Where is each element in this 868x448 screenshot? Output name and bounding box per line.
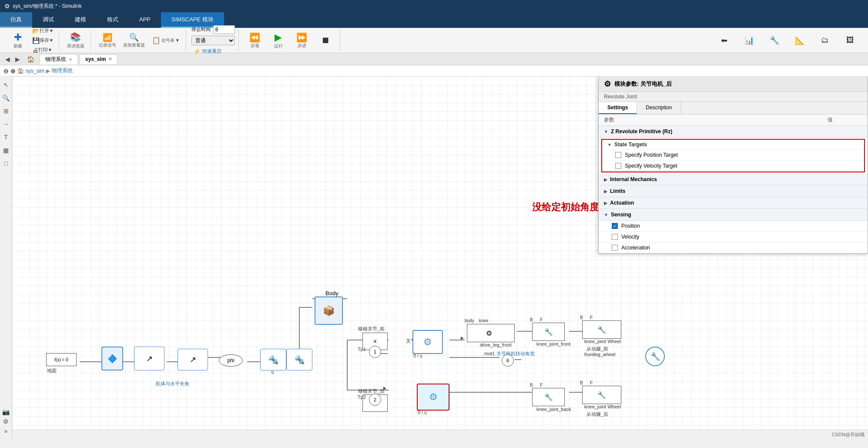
motor-back-block[interactable]: ⚙: [417, 384, 449, 411]
stop-time-input[interactable]: [213, 25, 235, 34]
revolute-primitive-header[interactable]: ▼ Z Revolute Primitive (Rz): [599, 126, 868, 138]
extra-btn-6[interactable]: 🖼: [839, 34, 861, 46]
fit-tool[interactable]: ⊞: [1, 106, 11, 116]
actuation-label: Actuation: [610, 200, 634, 206]
acceleration-checkbox[interactable]: [612, 245, 618, 251]
record-signal-button[interactable]: 📶 记录信号: [96, 31, 119, 50]
arrow-block2[interactable]: ↗: [178, 349, 208, 371]
expand-tool[interactable]: »: [1, 426, 11, 436]
drive-leg-front-label: body knee: [465, 318, 488, 323]
fast-restart-button[interactable]: ⚡ 快速重启: [191, 47, 235, 56]
tab-physics-close[interactable]: ✕: [69, 57, 72, 62]
position-checkbox[interactable]: [612, 223, 618, 229]
specify-velocity-checkbox[interactable]: [615, 163, 621, 169]
breadcrumb-sep1: ▶: [46, 68, 50, 74]
menu-format[interactable]: 格式: [97, 12, 129, 28]
velocity-checkbox[interactable]: [612, 234, 618, 240]
joint-block2[interactable]: 🔩: [286, 349, 312, 371]
position-label: Position: [621, 223, 640, 229]
menu-sim[interactable]: 仿真: [0, 12, 32, 28]
signal-table-button[interactable]: 📋 信号表 ▼: [149, 35, 182, 46]
knee-joint-front-top-label: B F: [530, 317, 543, 322]
extra-btn-4[interactable]: 📐: [789, 34, 811, 47]
extra-btn-1[interactable]: ⬅: [713, 34, 735, 47]
knee-joint-front-block[interactable]: 🔧: [532, 323, 565, 341]
tp1-block[interactable]: 1: [369, 346, 381, 358]
title-text: sys_sim/物理系统 * - Simulink: [13, 3, 82, 10]
tab-sys-sim[interactable]: sys_sim ✕: [80, 54, 117, 64]
tilt-angle-label: 机体与水平夹角: [156, 381, 189, 387]
right-joint-block[interactable]: 🔧: [645, 347, 665, 366]
tp2-block[interactable]: 2: [369, 394, 381, 406]
pointer-tool[interactable]: ↖: [1, 80, 11, 90]
tab-sys-sim-close[interactable]: ✕: [108, 57, 112, 61]
home-icon[interactable]: 🏠: [27, 56, 34, 63]
add-watcher-button[interactable]: 🔍 添加查看器: [121, 31, 147, 50]
extra-btn-2[interactable]: 📊: [738, 34, 760, 47]
physics-block1[interactable]: 🔷: [101, 347, 123, 371]
arrow-tool[interactable]: →: [1, 119, 11, 129]
toolbar-file-section: ✚ 新建 📂 打开 ▼ 💾 保存 ▼ 🖨 打印 ▼: [3, 30, 59, 51]
param-tab-description[interactable]: Description: [637, 102, 681, 114]
new-button[interactable]: ✚ 新建: [7, 30, 29, 51]
breadcrumb-home-icon[interactable]: 🏠: [17, 68, 24, 74]
menu-build[interactable]: 建模: [64, 12, 97, 28]
sensing-header[interactable]: ▼ Sensing: [599, 209, 868, 221]
step-back-button[interactable]: ⏪ 步退: [244, 31, 266, 50]
revolute-chevron: ▼: [604, 129, 608, 134]
knee-wheel-back-block[interactable]: 🔧: [582, 386, 621, 404]
print-button[interactable]: 🖨 打印 ▼: [30, 46, 55, 54]
drive-leg-front-block[interactable]: ⚙: [467, 324, 515, 342]
extra-btn-5[interactable]: 🗂: [814, 34, 836, 46]
num6-block[interactable]: 6: [502, 354, 514, 367]
text-tool[interactable]: T: [1, 132, 11, 142]
transplant-joint-front-label: 移植关节_前: [358, 326, 385, 332]
actuation-header[interactable]: ▶ Actuation: [599, 197, 868, 209]
title-bar: ⚙ sys_sim/物理系统 * - Simulink: [0, 0, 868, 12]
step-forward-button[interactable]: ⏩ 步进: [291, 31, 313, 50]
camera-tool[interactable]: 📷: [1, 407, 11, 417]
menu-app[interactable]: APP: [129, 12, 161, 28]
limits-header[interactable]: ▶ Limits: [599, 185, 868, 197]
breadcrumb-sys-sim[interactable]: sys_sim: [26, 68, 44, 74]
knee-joint-back-block[interactable]: 🔧: [532, 388, 565, 406]
nav-arrows: ◀ ▶: [3, 55, 22, 64]
sensing-chevron: ▼: [604, 212, 608, 217]
tab-physics[interactable]: 物理系统 ✕: [40, 54, 78, 64]
open-button[interactable]: 📂 打开 ▼: [30, 27, 55, 35]
body-block[interactable]: 📦: [315, 296, 343, 325]
limits-label: Limits: [610, 188, 625, 194]
menu-debug[interactable]: 调试: [32, 12, 64, 28]
canvas-zoom-in[interactable]: ⊕: [10, 67, 16, 74]
sim-mode-select[interactable]: 普通: [191, 36, 235, 45]
state-targets-header[interactable]: ▼ State Targets: [602, 140, 864, 150]
breadcrumb-physics[interactable]: 物理系统: [52, 67, 73, 74]
internal-mechanics-header[interactable]: ▶ Internal Mechanics: [599, 174, 868, 185]
stop-button[interactable]: ⏹: [315, 34, 336, 47]
knee-wheel-front-block[interactable]: 🔧: [582, 320, 621, 339]
menu-bar: 仿真 调试 建模 格式 APP SIMSCAPE 模块: [0, 12, 868, 28]
layer-tool[interactable]: ▦: [1, 145, 11, 155]
param-tab-settings[interactable]: Settings: [599, 102, 637, 114]
joint-block1[interactable]: 🔩: [260, 349, 286, 371]
save-button[interactable]: 💾 保存 ▼: [30, 36, 55, 45]
rect-tool[interactable]: □: [1, 158, 11, 168]
tab-physics-label: 物理系统: [45, 56, 66, 63]
lib-browser-button[interactable]: 📚 库浏览器: [64, 30, 87, 51]
settings-tool[interactable]: ⚙: [1, 417, 11, 426]
nav-back[interactable]: ◀: [3, 55, 12, 64]
velocity-label: Velocity: [621, 234, 639, 240]
param-col-headers: 参数 值: [599, 115, 868, 126]
drive-leg-front-name: drive_leg_front: [480, 342, 512, 347]
zoom-in-tool[interactable]: 🔍: [1, 93, 11, 103]
arrow-block1[interactable]: ↗: [134, 347, 164, 371]
phi-block[interactable]: phi: [219, 354, 243, 367]
fx0-block[interactable]: f(x) = 0: [46, 353, 77, 366]
nav-forward[interactable]: ▶: [13, 55, 22, 64]
mot1-link[interactable]: 关节电机转动角度: [496, 351, 535, 356]
specify-position-checkbox[interactable]: [615, 152, 621, 158]
canvas-zoom-out[interactable]: ⊖: [3, 67, 9, 74]
extra-btn-3[interactable]: 🔧: [764, 34, 785, 47]
run-button[interactable]: ▶ 运行: [268, 30, 289, 51]
motor-front-block[interactable]: ⚙: [412, 330, 443, 354]
